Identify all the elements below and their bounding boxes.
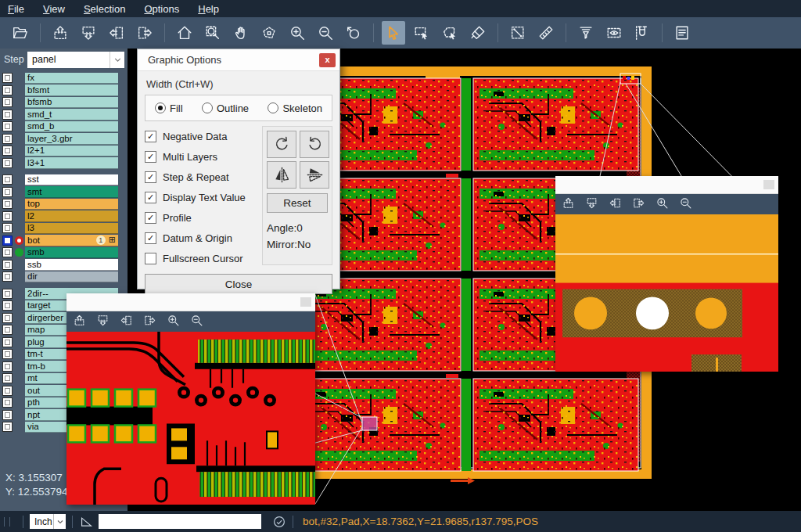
menu-help[interactable]: Help	[198, 3, 219, 15]
chevron-down-icon[interactable]	[110, 52, 124, 68]
layer-visibility-checkbox[interactable]	[2, 187, 13, 197]
zoom-in-button[interactable]	[286, 21, 309, 45]
radio-button-icon[interactable]	[202, 102, 213, 113]
apply-check-icon[interactable]	[272, 515, 286, 529]
checkbox-datum-origin[interactable]: ✓Datum & Origin	[145, 228, 262, 248]
command-input[interactable]	[99, 514, 261, 529]
radio-button-icon[interactable]	[155, 102, 166, 113]
layer-visibility-checkbox[interactable]	[2, 235, 13, 246]
import-bottom-button[interactable]	[585, 196, 598, 213]
checkbox-fullscreen-cursor[interactable]: Fullscreen Cursor	[145, 248, 262, 268]
checkbox-multi-layers[interactable]: ✓Multi Layers	[145, 146, 262, 167]
view-options-button[interactable]	[602, 21, 626, 45]
layer-name[interactable]: top	[25, 199, 118, 210]
select-polygon-button[interactable]	[438, 21, 462, 45]
red-indicator-icon[interactable]	[15, 236, 23, 245]
layer-visibility-checkbox[interactable]	[2, 349, 13, 359]
layer-visibility-checkbox[interactable]	[2, 211, 13, 221]
layer-name[interactable]: dir	[25, 271, 118, 283]
layer-name[interactable]: smt	[25, 186, 118, 198]
close-button[interactable]: Close	[145, 274, 332, 294]
snap-magnet-button[interactable]	[630, 21, 654, 45]
import-top-button[interactable]	[48, 21, 72, 45]
layer-visibility-checkbox[interactable]	[2, 337, 13, 347]
menu-options[interactable]: Options	[144, 3, 179, 15]
zoom-previous-button[interactable]	[342, 21, 365, 45]
checkbox-profile[interactable]: ✓Profile	[145, 207, 262, 228]
unit-select[interactable]: Inch	[30, 514, 66, 529]
measure-ruler-button[interactable]	[534, 21, 558, 45]
import-top-button[interactable]	[562, 196, 575, 213]
menu-view[interactable]: View	[43, 3, 65, 15]
layer-name[interactable]: smb	[25, 247, 118, 259]
checkbox-icon[interactable]: ✓	[145, 131, 156, 142]
mirror-horizontal-button[interactable]	[267, 161, 296, 189]
layer-name[interactable]: bfsmb	[25, 97, 118, 109]
layer-visibility-checkbox[interactable]	[2, 271, 13, 282]
layer-name[interactable]: l2	[25, 210, 118, 222]
checkbox-display-text-value[interactable]: ✓Display Text Value	[145, 187, 262, 207]
reset-button[interactable]: Reset	[267, 193, 328, 213]
checkbox-icon[interactable]: ✓	[145, 212, 156, 224]
layer-visibility-checkbox[interactable]	[2, 146, 13, 156]
checkbox-step-repeat[interactable]: ✓Step & Repeat	[145, 167, 262, 187]
checkbox-icon[interactable]	[145, 253, 156, 264]
layer-name[interactable]: layer_3.gbr	[25, 133, 118, 145]
open-folder-button[interactable]	[9, 21, 32, 45]
radio-button-icon[interactable]	[268, 102, 278, 113]
menu-selection[interactable]: Selection	[84, 3, 125, 15]
window-button-icon[interactable]	[763, 180, 774, 189]
zoom-out-button[interactable]	[190, 314, 203, 330]
layer-visibility-checkbox[interactable]	[2, 410, 13, 420]
measure-distance-button[interactable]	[506, 21, 530, 45]
magnifier-2-view[interactable]	[555, 214, 778, 372]
layer-visibility-checkbox[interactable]	[2, 300, 13, 311]
checkbox-negative-data[interactable]: ✓Negative Data	[145, 126, 262, 146]
magnifier-source-region-1[interactable]	[362, 417, 377, 430]
grid-icon[interactable]: ⊞	[109, 235, 116, 244]
layer-name[interactable]: smd_b	[25, 121, 118, 133]
layer-visibility-checkbox[interactable]	[2, 174, 13, 185]
window-button-icon[interactable]	[300, 297, 311, 307]
layer-visibility-checkbox[interactable]	[2, 85, 13, 95]
report-list-button[interactable]	[670, 21, 694, 45]
select-rect-button[interactable]	[410, 21, 433, 45]
layer-name[interactable]: smd_t	[25, 109, 118, 120]
import-top-button[interactable]	[73, 314, 86, 330]
radio-outline[interactable]: Outline	[202, 102, 249, 114]
checkbox-icon[interactable]: ✓	[145, 192, 156, 203]
green-indicator-icon[interactable]	[15, 248, 23, 257]
dialog-titlebar[interactable]: Graphic Options x	[138, 49, 339, 71]
radio-fill[interactable]: Fill	[155, 102, 183, 114]
layer-name[interactable]: fx	[25, 73, 118, 84]
layer-name[interactable]: ssb	[25, 259, 118, 271]
magnifier-2-titlebar[interactable]	[555, 176, 778, 194]
rotate-ccw-button[interactable]	[300, 131, 329, 158]
zoom-area-button[interactable]	[257, 21, 281, 45]
exit-left-button[interactable]	[105, 21, 128, 45]
layer-visibility-checkbox[interactable]	[2, 386, 13, 396]
exit-left-button[interactable]	[609, 196, 622, 213]
layer-visibility-checkbox[interactable]	[2, 313, 13, 323]
layer-visibility-checkbox[interactable]	[2, 97, 13, 107]
zoom-window-button[interactable]	[201, 21, 224, 45]
layer-visibility-checkbox[interactable]	[2, 373, 13, 383]
layer-visibility-checkbox[interactable]	[2, 110, 13, 120]
exit-right-button[interactable]	[143, 314, 156, 330]
zoom-in-button[interactable]	[167, 314, 180, 330]
layer-name[interactable]: sst	[25, 174, 118, 186]
zoom-out-button[interactable]	[679, 196, 692, 213]
exit-left-button[interactable]	[120, 314, 133, 330]
layer-visibility-checkbox[interactable]	[2, 73, 13, 83]
zoom-out-button[interactable]	[314, 21, 337, 45]
layer-visibility-checkbox[interactable]	[2, 199, 13, 209]
checkbox-icon[interactable]: ✓	[145, 171, 156, 183]
rotate-cw-button[interactable]	[267, 131, 296, 158]
layer-visibility-checkbox[interactable]	[2, 289, 13, 299]
checkbox-icon[interactable]: ✓	[145, 151, 156, 163]
layer-name[interactable]: l2+1	[25, 146, 118, 157]
layer-name[interactable]: l3	[25, 223, 118, 235]
exit-right-button[interactable]	[632, 196, 645, 213]
layer-visibility-checkbox[interactable]	[2, 134, 13, 144]
import-bottom-button[interactable]	[96, 314, 110, 330]
